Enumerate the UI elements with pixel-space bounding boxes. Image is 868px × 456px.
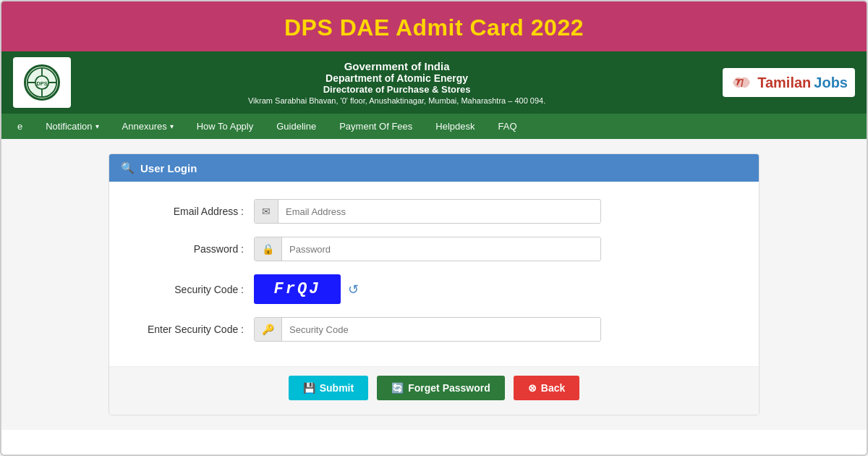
brand-tamilan: Tamilan bbox=[757, 75, 811, 91]
password-row: Password : 🔒 bbox=[124, 237, 744, 261]
email-input-group: ✉ bbox=[254, 199, 601, 224]
security-code-input[interactable] bbox=[282, 318, 600, 341]
nav-item-notification[interactable]: Notification ▾ bbox=[35, 114, 109, 139]
email-label: Email Address : bbox=[124, 206, 254, 217]
content-area: 🔍 User Login Email Address : ✉ Password … bbox=[1, 139, 867, 430]
search-icon: 🔍 bbox=[121, 161, 135, 174]
nav-item-helpdesk[interactable]: Helpdesk bbox=[425, 114, 485, 139]
password-input[interactable] bbox=[282, 238, 600, 261]
org-line1: Government of India bbox=[71, 60, 723, 72]
svg-text:DPS: DPS bbox=[36, 80, 47, 87]
password-input-group: 🔒 bbox=[254, 237, 601, 261]
captcha-image: FrQJ bbox=[254, 274, 341, 304]
email-icon: ✉ bbox=[255, 200, 278, 223]
forget-password-button[interactable]: 🔄 Forget Password bbox=[377, 376, 505, 400]
header-bar: DPS Government of India Department of At… bbox=[1, 51, 867, 114]
nav-item-faq[interactable]: FAQ bbox=[488, 114, 527, 139]
dps-circle: DPS bbox=[24, 64, 60, 101]
captcha-group: FrQJ ↺ bbox=[254, 274, 359, 304]
dps-logo: DPS bbox=[13, 57, 71, 108]
nav-item-payment[interactable]: Payment Of Fees bbox=[329, 114, 422, 139]
nav-item-how-to-apply[interactable]: How To Apply bbox=[187, 114, 264, 139]
enter-code-input-group: 🔑 bbox=[254, 317, 601, 342]
password-label: Password : bbox=[124, 243, 254, 255]
save-icon: 💾 bbox=[303, 382, 315, 394]
chevron-down-icon: ▾ bbox=[95, 122, 99, 130]
login-header: 🔍 User Login bbox=[109, 154, 759, 182]
login-header-label: User Login bbox=[140, 162, 197, 174]
refresh-icon[interactable]: ↺ bbox=[348, 282, 359, 297]
nav-item-guideline[interactable]: Guideline bbox=[266, 114, 326, 139]
page-title: DPS DAE Admit Card 2022 bbox=[9, 14, 859, 41]
submit-label: Submit bbox=[320, 382, 354, 394]
email-input[interactable] bbox=[278, 200, 600, 223]
lock-icon: 🔒 bbox=[255, 237, 282, 261]
action-row: 💾 Submit 🔄 Forget Password ⊗ Back bbox=[109, 366, 759, 415]
main-wrapper: DPS DAE Admit Card 2022 DPS bbox=[0, 0, 868, 456]
brand-jobs: Jobs bbox=[814, 75, 848, 91]
nav-item-e[interactable]: e bbox=[7, 114, 33, 139]
refresh-icon: 🔄 bbox=[391, 382, 404, 394]
header-text: Government of India Department of Atomic… bbox=[71, 60, 723, 105]
org-address: Vikram Sarabhai Bhavan, '0' floor, Anush… bbox=[71, 96, 723, 105]
org-line3: Directorate of Purchase & Stores bbox=[71, 84, 723, 95]
key-icon: 🔑 bbox=[255, 318, 282, 341]
back-icon: ⊗ bbox=[528, 382, 537, 394]
org-line2: Department of Atomic Energy bbox=[71, 72, 723, 84]
login-box: 🔍 User Login Email Address : ✉ Password … bbox=[109, 153, 760, 415]
nav-bar: e Notification ▾ Annexures ▾ How To Appl… bbox=[1, 114, 867, 139]
page-title-bar: DPS DAE Admit Card 2022 bbox=[1, 1, 867, 51]
brand-logo: Tamilan Jobs bbox=[723, 68, 855, 97]
nav-item-annexures[interactable]: Annexures ▾ bbox=[112, 114, 184, 139]
forget-label: Forget Password bbox=[408, 382, 490, 394]
email-row: Email Address : ✉ bbox=[124, 199, 744, 224]
submit-button[interactable]: 💾 Submit bbox=[289, 376, 368, 400]
chevron-down-icon: ▾ bbox=[170, 122, 174, 130]
back-label: Back bbox=[541, 382, 565, 394]
login-body: Email Address : ✉ Password : 🔒 bbox=[109, 182, 759, 366]
security-code-row: Security Code : FrQJ ↺ bbox=[124, 274, 744, 304]
back-button[interactable]: ⊗ Back bbox=[514, 376, 579, 400]
enter-security-code-row: Enter Security Code : 🔑 bbox=[124, 317, 744, 342]
security-code-label: Security Code : bbox=[124, 284, 254, 295]
enter-code-label: Enter Security Code : bbox=[124, 324, 254, 335]
